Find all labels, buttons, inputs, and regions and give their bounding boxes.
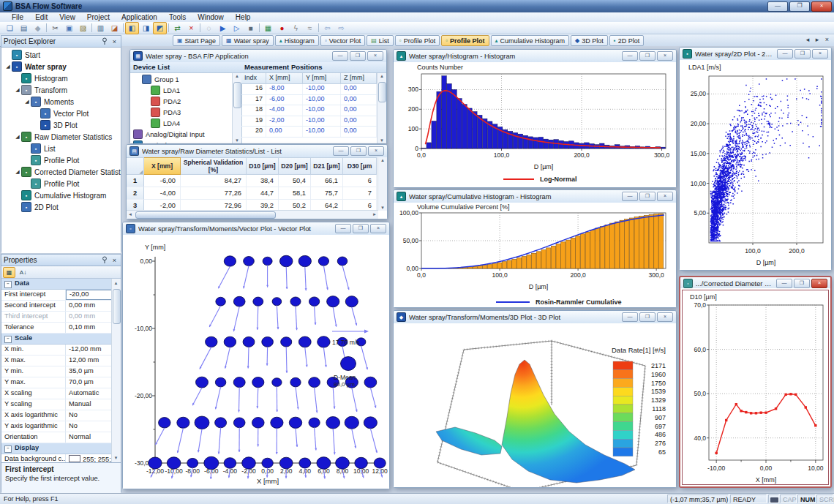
window-titlebar[interactable]: ◆ Water spray/Transform/Moments/3D Plot …	[394, 311, 676, 324]
tree-item-raw-diameter-statistics[interactable]: ◢▪Raw Diameter Statistics	[1, 131, 121, 143]
close-button[interactable]: ×	[370, 224, 386, 233]
property-row-x-scaling[interactable]: X scalingAutomatic	[1, 388, 121, 399]
property-row-y-scaling[interactable]: Y scalingManual	[1, 399, 121, 410]
window-raw-statistics-list[interactable]: ▤ Water spray/Raw Diameter Statistics/Li…	[126, 144, 388, 219]
menu-view[interactable]: View	[53, 13, 81, 21]
categorized-view-button[interactable]: ▦	[3, 267, 15, 278]
tab-start-page[interactable]: ▣Start Page	[173, 35, 220, 46]
save-icon[interactable]: ◆	[31, 22, 45, 34]
property-category-scale[interactable]: −Scale	[1, 334, 121, 345]
tree-item-3d-plot[interactable]: ▪3D Plot	[1, 119, 121, 131]
tab-cumulative-histogram[interactable]: ▴Cumulative Histogram	[491, 35, 570, 46]
window-3d-plot[interactable]: ◆ Water spray/Transform/Moments/3D Plot …	[393, 310, 677, 488]
menu-file[interactable]: File	[6, 13, 29, 21]
list-header-cell[interactable]: Spherical Validation [%]	[181, 157, 247, 175]
list-header-cell[interactable]: X [mm]	[144, 157, 181, 175]
close-button[interactable]: ×	[657, 312, 673, 322]
restore-button[interactable]: ❐	[639, 192, 655, 201]
window-histogram[interactable]: ▴ Water spray/Histogram - Histogram —❐× …	[393, 49, 677, 188]
device-pda2[interactable]: PDA2	[130, 96, 233, 107]
window-cumulative-histogram[interactable]: ▴ Water spray/Cumulative Histogram - His…	[393, 189, 677, 308]
print-preview-icon[interactable]: ▥	[94, 22, 108, 34]
property-row-y-axis-logarithmic[interactable]: Y axis logarithmicNo	[1, 421, 121, 432]
window-titlebar[interactable]: ▫ Water spray/Transform/Moments/Vector P…	[123, 222, 389, 236]
restore-button[interactable]: ❐	[639, 51, 655, 61]
tree-item-moments[interactable]: ◢▪Moments	[1, 96, 121, 108]
minimize-button[interactable]: —	[777, 49, 793, 59]
property-category-data[interactable]: −Data	[1, 279, 121, 290]
tree-expander[interactable]: ◢	[23, 99, 31, 105]
close-panel-icon[interactable]: ×	[110, 257, 119, 264]
positions-row[interactable]: 16-8,00-10,000,00	[241, 84, 377, 95]
positions-row[interactable]: 200,00-10,000,00	[241, 127, 377, 138]
menu-project[interactable]: Project	[81, 13, 116, 21]
table-hscrollbar[interactable]: ◄►	[127, 210, 378, 219]
tree-item-start[interactable]: ▪Start	[1, 49, 121, 61]
restore-button[interactable]: ❐	[794, 279, 810, 288]
positions-table[interactable]: IndxX [mm]Y [mm]Z [mm]16-8,00-10,000,001…	[241, 73, 377, 143]
paste-icon[interactable]: ▨	[76, 22, 90, 34]
device-tree[interactable]: Group 1LDA1PDA2PDA3LDA4Analog/Digital In…	[130, 73, 233, 143]
cut-icon[interactable]: ✂	[48, 22, 62, 34]
statistics-table[interactable]: ◢X [mm]Spherical Validation [%]D10 [µm]D…	[127, 157, 378, 211]
tree-item-2d-plot[interactable]: ▪2D Plot	[1, 201, 121, 213]
tab-profile-plot[interactable]: ▫Profile Plot	[441, 35, 489, 46]
device-group-1[interactable]: Group 1	[130, 74, 233, 85]
menu-window[interactable]: Window	[192, 13, 230, 21]
window-titlebar[interactable]: ▦ Water spray - BSA F/P Application —❐×	[130, 50, 386, 63]
print-icon[interactable]: ▤	[17, 22, 31, 34]
close-button[interactable]: ×	[812, 49, 828, 59]
list-header-cell[interactable]: D20 [µm]	[279, 157, 311, 175]
tree-expander[interactable]: ◢	[14, 169, 21, 175]
close-button[interactable]: ×	[811, 279, 827, 288]
tree-item-transform[interactable]: ◢▪Transform	[1, 84, 121, 96]
list-header-cell[interactable]: D10 [µm]	[247, 157, 279, 175]
tree-item-water-spray[interactable]: ◢▪Water spray	[1, 61, 121, 72]
tab-water-spray[interactable]: ▦Water spray	[222, 35, 274, 46]
layout-single-icon[interactable]: ◧	[125, 22, 139, 34]
window-titlebar[interactable]: ▴ Water spray/Histogram - Histogram —❐×	[394, 50, 676, 63]
property-category-display[interactable]: −Display	[1, 443, 121, 454]
tree-item-cumulative-histogram[interactable]: ▪Cumulative Histogram	[1, 189, 121, 201]
minimize-button[interactable]: —	[767, 1, 788, 12]
menu-tools[interactable]: Tools	[163, 13, 192, 21]
close-button[interactable]: ×	[811, 1, 832, 12]
connect-icon[interactable]: ⇄	[170, 22, 184, 34]
tree-item-profile-plot[interactable]: ▪Profile Plot	[1, 154, 121, 166]
menu-help[interactable]: Help	[230, 13, 257, 21]
restore-button[interactable]: ❐	[350, 51, 366, 61]
restore-button[interactable]: ❐	[350, 146, 367, 156]
device-analog-digital-input[interactable]: Analog/Digital Input	[130, 129, 233, 140]
property-row-orientation[interactable]: OrientationNormal	[1, 432, 121, 443]
property-row-x-min-[interactable]: X min.-12,00 mm	[1, 345, 121, 356]
device-optical-pda-system[interactable]: Optical PDA System	[130, 140, 233, 143]
window-titlebar[interactable]: ▪ Water spray/2D Plot - 2D Plot —❐×	[680, 48, 831, 61]
positions-header-cell[interactable]: Z [mm]	[341, 73, 377, 83]
step-icon[interactable]: ▷	[230, 22, 244, 34]
restore-button[interactable]: ❐	[639, 312, 655, 322]
menu-edit[interactable]: Edit	[29, 13, 53, 21]
positions-header-cell[interactable]: Y [mm]	[303, 73, 341, 83]
property-row-first-intercept[interactable]: First intercept-20,00	[1, 290, 121, 301]
restore-button[interactable]: ❐	[794, 49, 811, 59]
minimize-button[interactable]: —	[332, 51, 348, 61]
pin-icon[interactable]	[100, 37, 108, 46]
table-vscrollbar[interactable]: ▲▼	[377, 157, 387, 211]
device-list-scrollbar[interactable]: ▲▼	[232, 73, 241, 143]
minimize-button[interactable]: —	[335, 224, 351, 233]
close-button[interactable]: ×	[367, 51, 383, 61]
list-header-cell[interactable]: D21 [µm]	[311, 157, 343, 175]
property-grid[interactable]: −DataFirst intercept-20,00Second interce…	[1, 279, 121, 462]
positions-header-cell[interactable]: Indx	[241, 73, 266, 83]
minimize-button[interactable]: —	[622, 312, 638, 322]
tree-expander[interactable]: ◢	[14, 87, 21, 93]
positions-scrollbar[interactable]: ▲▼	[377, 73, 386, 143]
forward-icon[interactable]: ⇨	[334, 22, 348, 34]
layout-split-icon[interactable]: ◨	[139, 22, 153, 34]
tree-item-histogram[interactable]: ▪Histogram	[1, 72, 121, 84]
positions-row[interactable]: 18-4,00-10,000,00	[241, 105, 377, 116]
tab-vector-plot[interactable]: ▫Vector Plot	[320, 35, 365, 46]
window-bsa-application[interactable]: ▦ Water spray - BSA F/P Application —❐× …	[129, 49, 387, 144]
window-2d-plot[interactable]: ▪ Water spray/2D Plot - 2D Plot —❐× LDA1…	[679, 47, 832, 271]
tree-item-profile-plot[interactable]: ▪Profile Plot	[1, 178, 121, 189]
